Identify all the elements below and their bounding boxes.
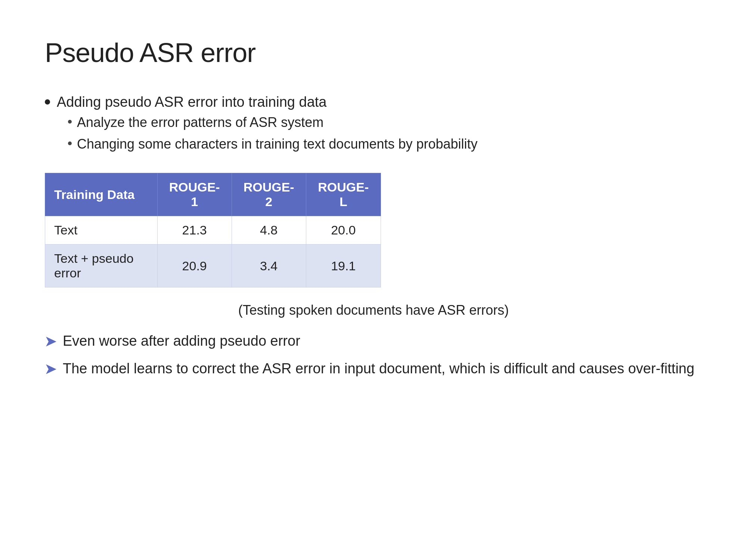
col-header-training-data: Training Data bbox=[45, 173, 158, 216]
testing-note: (Testing spoken documents have ASR error… bbox=[45, 302, 702, 318]
row2-col1: Text + pseudo error bbox=[45, 245, 158, 287]
col-header-rouge1: ROUGE-1 bbox=[157, 173, 232, 216]
main-bullet-list: Adding pseudo ASR error into training da… bbox=[45, 94, 702, 158]
row1-col2: 21.3 bbox=[157, 216, 232, 245]
sub-bullet-text-1: Analyze the error patterns of ASR system bbox=[77, 115, 323, 130]
bullet-text-1: Adding pseudo ASR error into training da… bbox=[57, 94, 326, 110]
row2-col3: 3.4 bbox=[232, 245, 306, 287]
row1-col1: Text bbox=[45, 216, 158, 245]
table-row-1: Text 21.3 4.8 20.0 bbox=[45, 216, 381, 245]
arrow-bullet-item-2: ➤ The model learns to correct the ASR er… bbox=[45, 361, 702, 377]
sub-bullet-item-1: Analyze the error patterns of ASR system bbox=[57, 115, 702, 130]
table-row-2: Text + pseudo error 20.9 3.4 19.1 bbox=[45, 245, 381, 287]
slide-title: Pseudo ASR error bbox=[45, 37, 702, 68]
col-header-rougel: ROUGE-L bbox=[306, 173, 381, 216]
sub-bullet-list: Analyze the error patterns of ASR system… bbox=[57, 115, 702, 152]
row2-col4: 19.1 bbox=[306, 245, 381, 287]
row1-col4: 20.0 bbox=[306, 216, 381, 245]
arrow-bullet-item-1: ➤ Even worse after adding pseudo error bbox=[45, 333, 702, 349]
sub-bullet-dot-2 bbox=[68, 141, 72, 145]
arrow-icon-2: ➤ bbox=[45, 361, 56, 377]
row2-col2: 20.9 bbox=[157, 245, 232, 287]
arrow-icon-1: ➤ bbox=[45, 334, 56, 349]
arrow-bullet-list: ➤ Even worse after adding pseudo error ➤… bbox=[45, 333, 702, 377]
col-header-rouge2: ROUGE-2 bbox=[232, 173, 306, 216]
arrow-bullet-text-1: Even worse after adding pseudo error bbox=[63, 333, 702, 349]
sub-bullet-item-2: Changing some characters in training tex… bbox=[57, 136, 702, 152]
row1-col3: 4.8 bbox=[232, 216, 306, 245]
sub-bullet-text-2: Changing some characters in training tex… bbox=[77, 136, 478, 152]
table-header-row: Training Data ROUGE-1 ROUGE-2 ROUGE-L bbox=[45, 173, 381, 216]
bullet-item-1: Adding pseudo ASR error into training da… bbox=[45, 94, 702, 158]
arrow-bullet-text-2: The model learns to correct the ASR erro… bbox=[63, 361, 702, 377]
bullet-dot-1 bbox=[45, 99, 50, 105]
sub-bullet-dot-1 bbox=[68, 120, 72, 124]
results-table: Training Data ROUGE-1 ROUGE-2 ROUGE-L Te… bbox=[45, 173, 381, 287]
